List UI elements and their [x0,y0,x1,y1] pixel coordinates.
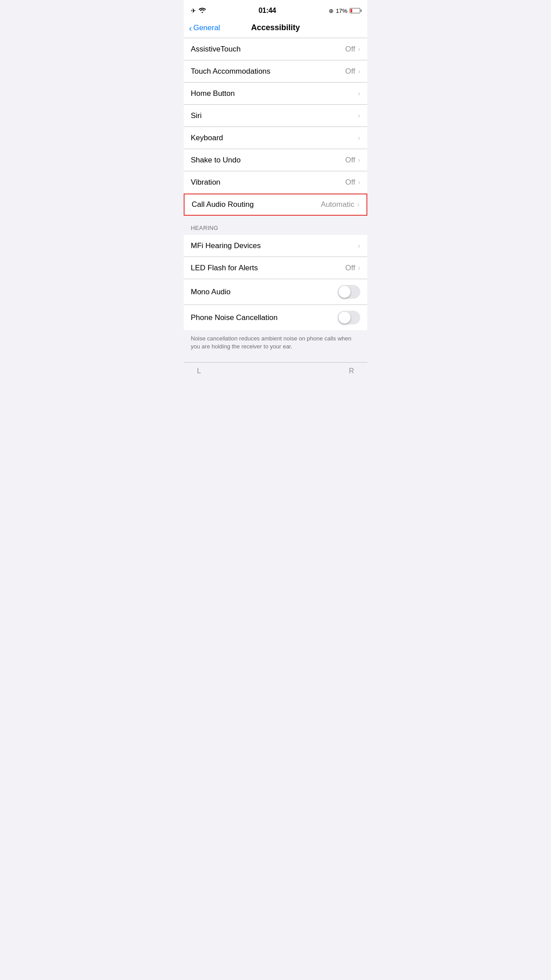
phone-noise-cancellation-toggle-area[interactable] [338,311,360,324]
led-flash-alerts-status: Off [345,264,355,273]
bottom-bar: L R [184,362,367,379]
shake-to-undo-status: Off [345,156,355,165]
airplane-icon: ✈ [191,7,196,14]
mono-audio-toggle-area[interactable] [338,285,360,299]
navigation-bar: ‹ General Accessibility [184,20,367,38]
led-flash-alerts-label: LED Flash for Alerts [191,264,345,273]
page-title: Accessibility [251,23,300,32]
call-audio-routing-status: Automatic [321,200,354,209]
shake-to-undo-row[interactable]: Shake to Undo Off › [184,149,367,171]
back-chevron-icon: ‹ [189,24,192,32]
mfi-hearing-devices-value: › [358,242,360,250]
toggle-knob [338,286,350,298]
assistive-touch-row[interactable]: AssistiveTouch Off › [184,38,367,60]
chevron-right-icon: › [358,90,360,98]
status-time: 01:44 [259,7,276,15]
assistive-touch-label: AssistiveTouch [191,45,345,54]
bottom-right-label: R [349,367,354,375]
mono-audio-toggle[interactable] [338,285,360,299]
phone-noise-cancellation-toggle[interactable] [338,311,360,324]
keyboard-value: › [358,134,360,142]
siri-row[interactable]: Siri › [184,105,367,127]
toggle-knob [338,312,350,324]
phone-noise-cancellation-row[interactable]: Phone Noise Cancellation [184,305,367,330]
touch-accommodations-value: Off › [345,67,360,76]
siri-label: Siri [191,111,358,120]
vibration-row[interactable]: Vibration Off › [184,171,367,194]
vibration-label: Vibration [191,178,345,187]
chevron-right-icon: › [358,178,360,186]
bottom-left-label: L [197,367,201,375]
wifi-icon [199,8,206,14]
battery-icon [350,8,360,13]
siri-value: › [358,112,360,120]
mono-audio-label: Mono Audio [191,288,338,296]
chevron-right-icon: › [358,242,360,250]
assistive-touch-status: Off [345,45,355,54]
keyboard-row[interactable]: Keyboard › [184,127,367,149]
hearing-section-header: HEARING [184,216,367,235]
status-left-icons: ✈ [191,7,206,14]
chevron-right-icon: › [358,67,360,75]
mfi-hearing-devices-row[interactable]: MFi Hearing Devices › [184,235,367,257]
vibration-value: Off › [345,178,360,187]
touch-accommodations-status: Off [345,67,355,76]
screen-lock-icon: ⊕ [329,8,334,14]
home-button-row[interactable]: Home Button › [184,83,367,105]
led-flash-alerts-value: Off › [345,264,360,273]
call-audio-routing-value: Automatic › [321,200,359,209]
back-button-label: General [193,24,220,32]
chevron-right-icon: › [358,134,360,142]
shake-to-undo-value: Off › [345,156,360,165]
footer-note: Noise cancellation reduces ambient noise… [184,330,367,358]
chevron-right-icon: › [358,112,360,120]
battery-percent: 17% [336,8,347,14]
chevron-right-icon: › [358,156,360,164]
assistive-touch-value: Off › [345,45,360,54]
mono-audio-row[interactable]: Mono Audio [184,279,367,305]
vibration-status: Off [345,178,355,187]
shake-to-undo-label: Shake to Undo [191,156,345,165]
home-button-label: Home Button [191,89,358,98]
chevron-right-icon: › [358,264,360,272]
home-button-value: › [358,90,360,98]
call-audio-routing-label: Call Audio Routing [192,200,321,209]
chevron-right-icon: › [358,45,360,53]
phone-noise-cancellation-label: Phone Noise Cancellation [191,313,338,322]
touch-accommodations-row[interactable]: Touch Accommodations Off › [184,60,367,83]
mfi-hearing-devices-label: MFi Hearing Devices [191,241,358,250]
chevron-right-icon: › [357,201,359,209]
status-bar: ✈ 01:44 ⊕ 17% [184,0,367,20]
status-right-icons: ⊕ 17% [329,8,360,14]
led-flash-alerts-row[interactable]: LED Flash for Alerts Off › [184,257,367,279]
settings-section-interaction: AssistiveTouch Off › Touch Accommodation… [184,38,367,194]
call-audio-routing-row[interactable]: Call Audio Routing Automatic › [184,194,367,216]
keyboard-label: Keyboard [191,134,358,142]
touch-accommodations-label: Touch Accommodations [191,67,345,76]
settings-section-hearing: MFi Hearing Devices › LED Flash for Aler… [184,235,367,330]
back-button[interactable]: ‹ General [189,24,220,32]
